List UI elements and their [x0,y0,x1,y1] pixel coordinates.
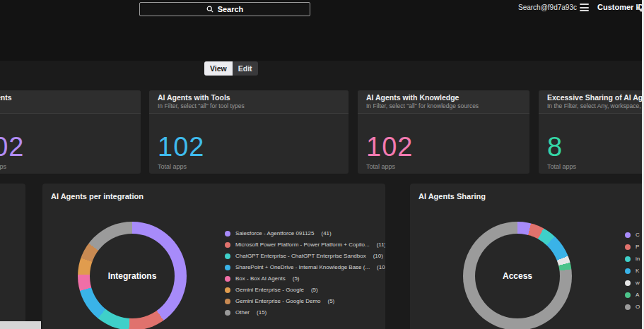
legend-dot [625,268,631,274]
legend-label: P [636,244,639,250]
menu-icon[interactable] [580,4,589,11]
access-legend: C P in K w A O [625,232,640,316]
legend-item[interactable]: ChatGPT Enterprise - ChatGPT Enterprise … [225,253,385,259]
legend-dot [625,232,631,238]
legend-label: K [636,268,639,274]
panel-title: AI Agents per integration [42,184,385,201]
edit-button[interactable]: Edit [233,61,258,76]
stat-card-caption: Total apps [366,163,529,170]
legend-dot [625,304,631,310]
stat-card-subtitle: In the Filter, select Any, workspace, et… [547,102,644,110]
legend-label: C [636,232,640,238]
legend-item[interactable]: Microsoft Power Platform - Power Platfor… [225,241,385,248]
legend-label: A [636,292,639,298]
integrations-legend: Salesforce - Agentforce 091125 (41) Micr… [225,230,385,321]
panel-stub [0,184,25,329]
legend-dot [225,310,230,316]
stat-card-value: 102 [0,133,141,160]
legend-dot [225,287,230,293]
stat-card-ai-agents-with-tools: AI Agents with Tools In Filter, select "… [149,90,349,174]
stat-card-title: Excessive Sharing of AI Agents [547,93,644,102]
integrations-donut-chart[interactable]: Integrations [78,222,187,329]
donut-center-label: Access [503,271,532,281]
search-input[interactable]: Search [139,2,310,16]
bottom-left-light-strip [0,321,41,329]
stat-card-caption: Total apps [158,163,349,170]
legend-count: (5) [293,275,300,282]
access-donut-chart[interactable]: Access [463,222,572,329]
legend-item[interactable]: Gemini Enterprise - Google (5) [225,287,385,293]
legend-item[interactable]: Salesforce - Agentforce 091125 (41) [225,230,385,237]
legend-label: Salesforce - Agentforce 091125 [235,230,314,237]
panel-ai-agents-per-integration: AI Agents per integration Integrations S… [42,184,385,329]
legend-label: w [636,280,640,286]
stat-card-subtitle: In Filter, select "all" for tool types [158,102,340,110]
stat-card-caption: Total apps [0,163,141,170]
stat-card-excessive-sharing: Excessive Sharing of AI Agents In the Fi… [539,90,644,174]
legend-dot [225,265,230,270]
legend-label: SharePoint + OneDrive - Internal Knowled… [235,264,370,270]
legend-dot [625,256,631,262]
legend-item[interactable]: Gemini Enterprise - Google Demo (5) [225,298,385,304]
donut-center-label: Integrations [108,271,157,281]
legend-item[interactable]: in [625,256,640,262]
stat-card-header: AI Agents with Tools In Filter, select "… [149,90,349,114]
legend-item[interactable]: O [625,304,640,310]
legend-label: Microsoft Power Platform - Power Platfor… [235,241,370,248]
stat-card-value: 102 [158,133,349,160]
panel-title: AI Agents Sharing [410,184,644,201]
top-header: Search Search@f9d7a93c Customer ID [0,0,644,61]
view-edit-toggle: View Edit [204,61,258,76]
panel-ai-agents-sharing: AI Agents Sharing Access C P in K [410,184,644,329]
legend-item[interactable]: K [625,268,640,274]
legend-dot [625,244,631,250]
legend-dot [225,299,230,304]
search-icon [206,6,213,13]
legend-item[interactable]: Other (15) [225,309,385,316]
donut-hole: Access [475,234,560,318]
stat-card-header: Excessive Sharing of AI Agents In the Fi… [539,90,644,114]
stat-card-caption: Total apps [547,163,644,170]
legend-count: (41) [321,230,331,237]
stat-card-title: AI Agents [0,93,132,102]
stat-card-value: 8 [547,133,644,160]
legend-item[interactable]: w [625,280,640,286]
view-button[interactable]: View [204,61,233,76]
legend-dot [625,280,631,286]
legend-label: in [636,256,640,262]
legend-item[interactable]: A [625,292,640,298]
donut-hole: Integrations [90,234,175,318]
legend-dot [225,231,230,237]
legend-item[interactable]: SharePoint + OneDrive - Internal Knowled… [225,264,385,270]
stat-card-value: 102 [366,133,529,160]
legend-dot [225,242,230,248]
stat-card-header: AI Agents [0,90,141,114]
legend-count: (5) [328,298,335,304]
legend-label: Gemini Enterprise - Google [235,287,304,293]
stat-card-ai-agents: AI Agents 102 Total apps [0,90,141,174]
legend-count: (10) [377,264,385,270]
legend-count: (5) [311,287,318,293]
legend-dot [225,253,230,259]
dashboard: Search Search@f9d7a93c Customer ID View … [0,0,644,329]
legend-label: ChatGPT Enterprise - ChatGPT Enterprise … [235,253,366,259]
stat-card-ai-agents-with-knowledge: AI Agents with Knowledge In Filter, sele… [358,90,529,174]
legend-dot [225,276,230,282]
legend-dot [625,292,631,298]
legend-count: (15) [257,309,267,316]
legend-count: (10) [373,253,383,259]
legend-label: Box - Box AI Agents [235,275,286,282]
stat-card-header: AI Agents with Knowledge In Filter, sele… [358,90,529,114]
stat-card-title: AI Agents with Tools [158,93,340,102]
legend-count: (11) [377,241,385,248]
legend-label: O [636,304,640,310]
legend-item[interactable]: Box - Box AI Agents (5) [225,275,385,282]
user-account-label: Search@f9d7a93c [518,4,577,11]
legend-item[interactable]: C [625,232,640,238]
legend-label: Other [235,309,250,316]
legend-label: Gemini Enterprise - Google Demo [235,298,321,304]
search-label: Search [218,5,244,13]
legend-item[interactable]: P [625,244,640,250]
stat-card-title: AI Agents with Knowledge [366,93,521,102]
stat-card-subtitle: In Filter, select "all" for knowledge so… [366,102,521,110]
